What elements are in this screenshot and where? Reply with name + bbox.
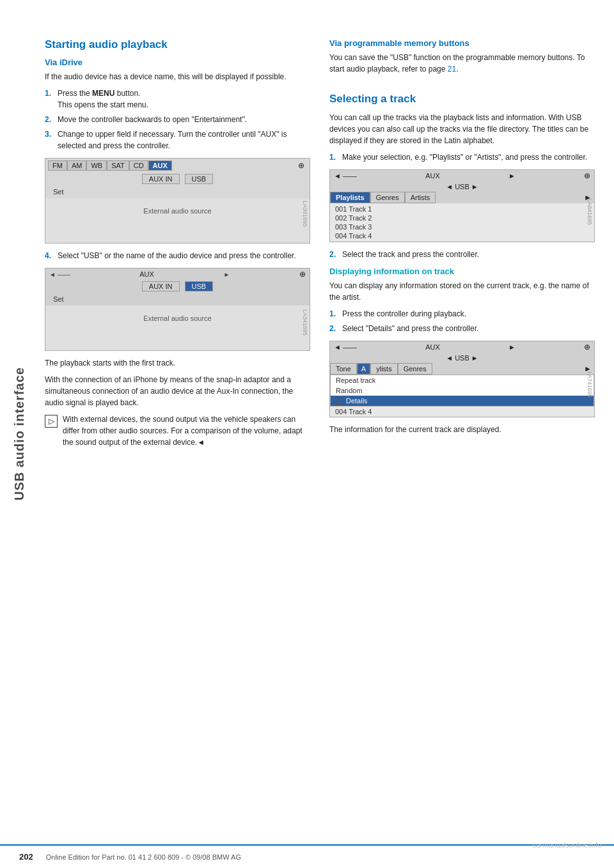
checkbox-details <box>336 397 343 405</box>
footer: 202 Online Edition for Part no. 01 41 2 … <box>0 844 614 868</box>
screen3-arrow-right: ► <box>508 172 516 180</box>
display-step-1: 1. Press the controller during playback. <box>329 308 595 320</box>
screen2-btn-auxin: AUX IN <box>142 281 180 291</box>
tab-wb: WB <box>86 160 107 171</box>
screen1-set-row: Set <box>45 185 310 198</box>
screen4-header: ◄ —— AUX ► ⊕ <box>330 341 594 353</box>
screen2-ext-audio: External audio source <box>45 306 310 331</box>
screen1-id: LA301695 <box>302 201 308 227</box>
select-step-2: 2. Select the track and press the contro… <box>329 249 595 260</box>
tab-aux: AUX <box>148 160 172 171</box>
menu-repeat: Repeat track <box>331 375 594 385</box>
screen3-tab-artists: Artists <box>405 192 436 203</box>
page-container: USB audio interface Starting audio playb… <box>0 0 614 868</box>
track-4: 004 Track 4 <box>335 231 589 240</box>
screen2-arrow-right: ► <box>224 271 230 278</box>
steps-display: 1. Press the controller during playback.… <box>329 308 595 334</box>
section2-title: Selecting a track <box>329 93 595 105</box>
steps-select-track: 1. Make your selection, e.g. "Playlists"… <box>329 151 595 163</box>
note-text: With external devices, the sound output … <box>63 414 310 448</box>
watermark-logo: carmanualsonline.info <box>533 841 601 849</box>
screen1-tabs: FM AM WB SAT CD AUX ⊕ <box>45 159 310 173</box>
step-num-1: 1. <box>45 88 54 111</box>
screen-4: ◄ —— AUX ► ⊕ ◄ USB ► Tone A ylists Genre… <box>329 341 595 417</box>
screen-2: ◄ —— AUX ► ⊕ AUX IN USB Set External aud… <box>45 268 310 351</box>
screen4-center: AUX <box>425 343 440 351</box>
display-info-text: You can display any information stored o… <box>329 280 595 303</box>
screen4-id: LA741695 <box>586 371 593 398</box>
screen2-header: ◄ —— AUX ► ⊕ <box>45 268 310 280</box>
screen4-tab-genres: Genres <box>398 363 432 375</box>
screen3-tabs: Playlists Genres Artists ► <box>330 192 594 203</box>
note-box: ▷ With external devices, the sound outpu… <box>45 414 310 448</box>
menu-details: Details <box>331 396 594 406</box>
display-step-content-2: Select "Details" and press the controlle… <box>342 323 595 334</box>
section2-intro: You can call up the tracks via the playb… <box>329 112 595 146</box>
screen4-tab-tone: Tone <box>330 363 357 375</box>
screen2-sub-tabs: AUX IN USB <box>45 280 310 293</box>
screen3-tab-playlists: Playlists <box>330 192 370 203</box>
select-step-num-1: 1. <box>329 151 338 163</box>
screen2-btn-usb: USB <box>185 281 214 291</box>
track-1: 001 Track 1 <box>335 205 589 213</box>
screen3-tab-genres: Genres <box>370 192 405 203</box>
step-num-2: 2. <box>45 114 54 125</box>
step-content-2: Move the controller backwards to open "E… <box>58 114 310 125</box>
screen1-ext-audio: External audio source <box>45 198 310 224</box>
step-1: 1. Press the MENU button.This opens the … <box>45 88 310 111</box>
display-info-title: Displaying information on track <box>329 267 595 276</box>
screen2-icon: ⊕ <box>299 270 306 279</box>
screen3-center: AUX <box>425 172 440 180</box>
tab-cd: CD <box>129 160 148 171</box>
page-ref: 21 <box>448 65 456 74</box>
left-column: Starting audio playback Via iDrive If th… <box>45 38 310 842</box>
screen3-usb-row: ◄ USB ► <box>330 182 594 192</box>
screen3-header: ◄ —— AUX ► ⊕ <box>330 170 594 182</box>
tab-sat: SAT <box>107 160 129 171</box>
screen2-center-label: AUX <box>139 270 154 278</box>
tab-fm: FM <box>48 160 67 171</box>
screen2-set-row: Set <box>45 293 310 306</box>
via-prog-title: Via programmable memory buttons <box>329 38 595 48</box>
screen4-arrow-right: ► <box>508 343 516 351</box>
main-content: Starting audio playback Via iDrive If th… <box>38 0 614 868</box>
step-content-3: Change to upper field if necessary. Turn… <box>58 128 310 151</box>
btn-auxin: AUX IN <box>142 174 180 184</box>
select-step-content-2: Select the track and press the controlle… <box>342 249 595 260</box>
track-3: 003 Track 3 <box>335 222 589 231</box>
screen1-sub-tabs: AUX IN USB <box>45 173 310 185</box>
playback-note1: The playback starts with the first track… <box>45 357 310 369</box>
sidebar: USB audio interface <box>0 0 38 868</box>
track-2: 002 Track 2 <box>335 213 589 222</box>
footer-page: 202 <box>19 852 33 862</box>
via-idrive-intro: If the audio device has a device name, t… <box>45 71 310 82</box>
step-2: 2. Move the controller backwards to open… <box>45 114 310 125</box>
screen4-arrow-left: ◄ —— <box>334 343 357 351</box>
step-4-list: 4. Select "USB" or the name of the audio… <box>45 250 310 261</box>
select-step-content-1: Make your selection, e.g. "Playlists" or… <box>342 151 595 163</box>
screen2-set-label: Set <box>49 294 68 304</box>
sidebar-label: USB audio interface <box>12 367 27 500</box>
via-prog-text: You can save the "USB" function on the p… <box>329 52 595 75</box>
screen4-usb-row: ◄ USB ► <box>330 353 594 363</box>
footer-text: Online Edition for Part no. 01 41 2 600 … <box>46 853 241 861</box>
display-info-end: The information for the current track ar… <box>329 424 595 435</box>
screen1-set-label: Set <box>49 187 68 197</box>
screen-3: ◄ —— AUX ► ⊕ ◄ USB ► Playlists Genres Ar… <box>329 169 595 242</box>
screen4-menu: Repeat track Random Details <box>330 375 594 407</box>
display-step-num-2: 2. <box>329 323 338 334</box>
spacer1 <box>329 80 595 93</box>
btn-usb: USB <box>185 174 214 184</box>
screen3-usb-text: ◄ USB ► <box>446 183 478 190</box>
via-idrive-title: Via iDrive <box>45 58 310 67</box>
screen4-usb-text: ◄ USB ► <box>446 354 478 362</box>
step-4: 4. Select "USB" or the name of the audio… <box>45 250 310 261</box>
step-num-4: 4. <box>45 250 54 261</box>
screen4-tab-a: A <box>357 363 370 375</box>
tab-am: AM <box>67 160 87 171</box>
steps-list-1: 1. Press the MENU button.This opens the … <box>45 88 310 151</box>
screen3-icon: ⊕ <box>584 171 590 180</box>
note-icon: ▷ <box>45 415 58 428</box>
screen2-id: LA341695 <box>302 309 308 336</box>
screen1-icon: ⊕ <box>295 160 307 171</box>
